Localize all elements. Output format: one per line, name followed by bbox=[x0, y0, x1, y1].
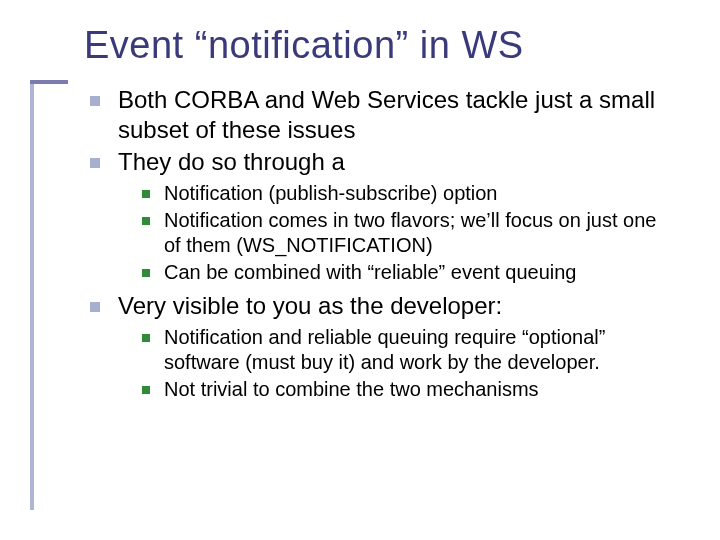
list-item: Notification (publish-subscribe) option bbox=[136, 181, 672, 206]
list-item-text: They do so through a bbox=[118, 148, 345, 175]
bullet-list: Both CORBA and Web Services tackle just … bbox=[84, 85, 672, 402]
list-item: Can be combined with “reliable” event qu… bbox=[136, 260, 672, 285]
sub-list: Notification (publish-subscribe) option … bbox=[136, 181, 672, 285]
sub-list: Notification and reliable queuing requir… bbox=[136, 325, 672, 402]
list-item: Very visible to you as the developer: No… bbox=[84, 291, 672, 402]
slide-title: Event “notification” in WS bbox=[84, 24, 672, 67]
accent-tick bbox=[30, 80, 68, 84]
list-item: Both CORBA and Web Services tackle just … bbox=[84, 85, 672, 145]
list-item-text: Very visible to you as the developer: bbox=[118, 292, 502, 319]
accent-line bbox=[30, 80, 34, 510]
list-item: Notification comes in two flavors; we’ll… bbox=[136, 208, 672, 258]
slide: Event “notification” in WS Both CORBA an… bbox=[0, 0, 720, 540]
list-item: Notification and reliable queuing requir… bbox=[136, 325, 672, 375]
list-item: Not trivial to combine the two mechanism… bbox=[136, 377, 672, 402]
list-item: They do so through a Notification (publi… bbox=[84, 147, 672, 285]
